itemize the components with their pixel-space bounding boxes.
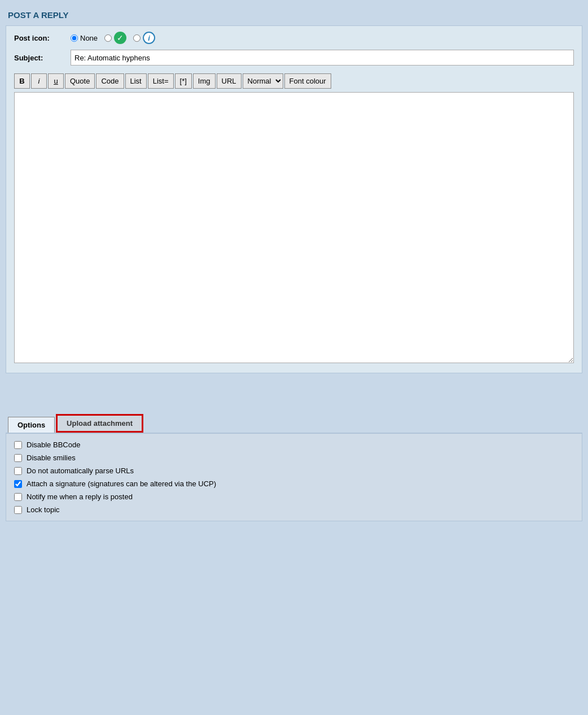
options-list: Disable BBCode Disable smilies Do not au… — [14, 441, 574, 514]
options-panel: Disable BBCode Disable smilies Do not au… — [6, 433, 582, 521]
radio-info-input[interactable] — [133, 34, 141, 42]
italic-button[interactable]: i — [31, 73, 47, 89]
toolbar: B i u Quote Code List List= [*] Img URL … — [14, 71, 574, 91]
no-parse-urls-label: Do not automatically parse URLs — [27, 467, 134, 475]
font-colour-button[interactable]: Font colour — [284, 73, 331, 89]
quote-button[interactable]: Quote — [65, 73, 95, 89]
option-no-parse-urls: Do not automatically parse URLs — [14, 467, 574, 475]
post-icon-label: Post icon: — [14, 34, 71, 42]
options-tab[interactable]: Options — [8, 417, 55, 433]
radio-check[interactable]: ✓ — [104, 32, 126, 44]
check-icon: ✓ — [114, 32, 126, 44]
spacer-panel — [6, 377, 582, 411]
lock-topic-label: Lock topic — [27, 505, 60, 514]
subject-input[interactable] — [71, 50, 574, 66]
message-textarea[interactable] — [14, 92, 574, 363]
no-parse-urls-checkbox[interactable] — [14, 467, 22, 475]
radio-none-label: None — [80, 34, 98, 42]
option-notify-reply: Notify me when a reply is posted — [14, 492, 574, 501]
attach-signature-label: Attach a signature (signatures can be al… — [27, 479, 216, 488]
img-button[interactable]: Img — [193, 73, 216, 89]
code-button[interactable]: Code — [96, 73, 124, 89]
upload-attachment-tab[interactable]: Upload attachment — [56, 414, 143, 433]
radio-none[interactable]: None — [71, 34, 98, 42]
radio-none-input[interactable] — [71, 34, 78, 42]
disable-smilies-checkbox[interactable] — [14, 454, 22, 462]
bold-button[interactable]: B — [14, 73, 30, 89]
post-icon-row: Post icon: None ✓ i — [14, 32, 574, 44]
disable-smilies-label: Disable smilies — [27, 454, 76, 462]
form-panel: Post icon: None ✓ i Subject: — [6, 25, 582, 373]
disable-bbcode-checkbox[interactable] — [14, 441, 22, 449]
option-lock-topic: Lock topic — [14, 505, 574, 514]
subject-row: Subject: — [14, 50, 574, 66]
tabs-row: Options Upload attachment — [6, 414, 582, 433]
list-star-button[interactable]: [*] — [175, 73, 192, 89]
post-icon-options: None ✓ i — [71, 32, 155, 44]
font-size-select[interactable]: Normal Small Large Huge Tiny — [243, 73, 283, 89]
list-button[interactable]: List — [125, 73, 147, 89]
notify-reply-label: Notify me when a reply is posted — [27, 492, 133, 501]
underline-button[interactable]: u — [48, 73, 64, 89]
option-attach-signature: Attach a signature (signatures can be al… — [14, 479, 574, 488]
radio-check-input[interactable] — [104, 34, 112, 42]
list-eq-button[interactable]: List= — [148, 73, 174, 89]
subject-label: Subject: — [14, 54, 71, 62]
info-icon: i — [143, 32, 155, 44]
radio-info[interactable]: i — [133, 32, 155, 44]
option-disable-smilies: Disable smilies — [14, 454, 574, 462]
url-button[interactable]: URL — [217, 73, 242, 89]
lock-topic-checkbox[interactable] — [14, 506, 22, 514]
option-disable-bbcode: Disable BBCode — [14, 441, 574, 449]
attach-signature-checkbox[interactable] — [14, 480, 22, 488]
notify-reply-checkbox[interactable] — [14, 493, 22, 501]
page-title: POST A REPLY — [6, 6, 582, 25]
disable-bbcode-label: Disable BBCode — [27, 441, 80, 449]
